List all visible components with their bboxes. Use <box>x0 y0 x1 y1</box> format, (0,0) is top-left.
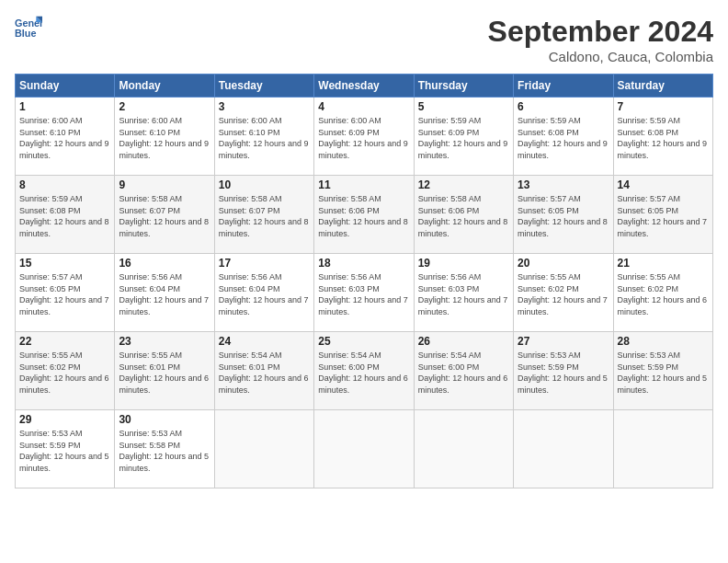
col-tuesday: Tuesday <box>214 75 313 98</box>
table-row: 15Sunrise: 5:57 AMSunset: 6:05 PMDayligh… <box>16 254 115 332</box>
table-row: 27Sunrise: 5:53 AMSunset: 5:59 PMDayligh… <box>514 332 613 410</box>
location-subtitle: Caldono, Cauca, Colombia <box>488 49 713 64</box>
col-friday: Friday <box>514 75 613 98</box>
table-row: 28Sunrise: 5:53 AMSunset: 5:59 PMDayligh… <box>613 332 712 410</box>
table-row: 8Sunrise: 5:59 AMSunset: 6:08 PMDaylight… <box>16 176 115 254</box>
table-row <box>214 410 313 488</box>
table-row: 16Sunrise: 5:56 AMSunset: 6:04 PMDayligh… <box>115 254 214 332</box>
calendar-header-row: Sunday Monday Tuesday Wednesday Thursday… <box>16 75 713 98</box>
table-row: 17Sunrise: 5:56 AMSunset: 6:04 PMDayligh… <box>214 254 313 332</box>
title-block: September 2024 Caldono, Cauca, Colombia <box>488 15 713 64</box>
table-row: 26Sunrise: 5:54 AMSunset: 6:00 PMDayligh… <box>414 332 513 410</box>
table-row: 10Sunrise: 5:58 AMSunset: 6:07 PMDayligh… <box>214 176 313 254</box>
table-row: 6Sunrise: 5:59 AMSunset: 6:08 PMDaylight… <box>514 98 613 176</box>
table-row <box>314 410 414 488</box>
table-row: 4Sunrise: 6:00 AMSunset: 6:09 PMDaylight… <box>314 98 414 176</box>
calendar: Sunday Monday Tuesday Wednesday Thursday… <box>15 74 713 488</box>
col-thursday: Thursday <box>414 75 513 98</box>
table-row: 22Sunrise: 5:55 AMSunset: 6:02 PMDayligh… <box>16 332 115 410</box>
header: General Blue September 2024 Caldono, Cau… <box>15 15 713 64</box>
table-row: 13Sunrise: 5:57 AMSunset: 6:05 PMDayligh… <box>514 176 613 254</box>
table-row: 21Sunrise: 5:55 AMSunset: 6:02 PMDayligh… <box>613 254 712 332</box>
table-row <box>414 410 513 488</box>
table-row: 23Sunrise: 5:55 AMSunset: 6:01 PMDayligh… <box>115 332 214 410</box>
table-row <box>613 410 712 488</box>
table-row: 3Sunrise: 6:00 AMSunset: 6:10 PMDaylight… <box>214 98 313 176</box>
table-row <box>514 410 613 488</box>
table-row: 12Sunrise: 5:58 AMSunset: 6:06 PMDayligh… <box>414 176 513 254</box>
table-row: 24Sunrise: 5:54 AMSunset: 6:01 PMDayligh… <box>214 332 313 410</box>
table-row: 20Sunrise: 5:55 AMSunset: 6:02 PMDayligh… <box>514 254 613 332</box>
table-row: 30Sunrise: 5:53 AMSunset: 5:58 PMDayligh… <box>115 410 214 488</box>
logo: General Blue <box>15 15 42 42</box>
month-title: September 2024 <box>488 15 713 49</box>
svg-text:Blue: Blue <box>15 28 36 39</box>
col-wednesday: Wednesday <box>314 75 414 98</box>
table-row: 18Sunrise: 5:56 AMSunset: 6:03 PMDayligh… <box>314 254 414 332</box>
col-saturday: Saturday <box>613 75 712 98</box>
logo-icon: General Blue <box>15 15 42 42</box>
table-row: 2Sunrise: 6:00 AMSunset: 6:10 PMDaylight… <box>115 98 214 176</box>
col-monday: Monday <box>115 75 214 98</box>
table-row: 25Sunrise: 5:54 AMSunset: 6:00 PMDayligh… <box>314 332 414 410</box>
table-row: 11Sunrise: 5:58 AMSunset: 6:06 PMDayligh… <box>314 176 414 254</box>
table-row: 14Sunrise: 5:57 AMSunset: 6:05 PMDayligh… <box>613 176 712 254</box>
table-row: 9Sunrise: 5:58 AMSunset: 6:07 PMDaylight… <box>115 176 214 254</box>
table-row: 1Sunrise: 6:00 AMSunset: 6:10 PMDaylight… <box>16 98 115 176</box>
col-sunday: Sunday <box>16 75 115 98</box>
table-row: 19Sunrise: 5:56 AMSunset: 6:03 PMDayligh… <box>414 254 513 332</box>
table-row: 29Sunrise: 5:53 AMSunset: 5:59 PMDayligh… <box>16 410 115 488</box>
table-row: 7Sunrise: 5:59 AMSunset: 6:08 PMDaylight… <box>613 98 712 176</box>
page: General Blue September 2024 Caldono, Cau… <box>0 0 728 563</box>
table-row: 5Sunrise: 5:59 AMSunset: 6:09 PMDaylight… <box>414 98 513 176</box>
